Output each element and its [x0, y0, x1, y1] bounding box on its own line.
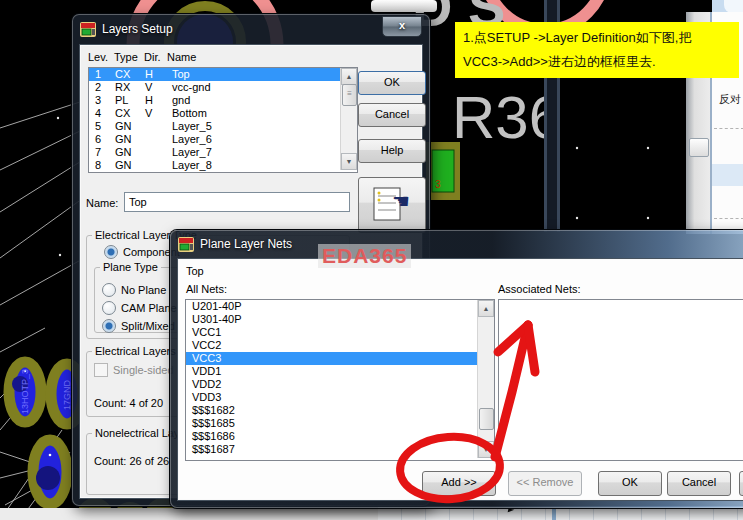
- window-title: Plane Layer Nets: [200, 237, 292, 251]
- cancel-button[interactable]: Cancel: [358, 103, 426, 127]
- remove-button[interactable]: << Remove: [508, 471, 582, 496]
- layer-row[interactable]: 4CXVBottom: [89, 107, 357, 120]
- layer-row[interactable]: 1CXHTop: [89, 68, 357, 81]
- scroll-down-icon[interactable]: ▼: [341, 153, 357, 170]
- help-button[interactable]: Help: [358, 139, 426, 163]
- all-nets-label: All Nets:: [186, 283, 227, 295]
- scroll-up-icon[interactable]: ▲: [478, 300, 494, 317]
- background-grid-strip: [378, 506, 743, 520]
- layers-list[interactable]: 1CXHTop 2RXVvcc-gnd 3PLHgnd 4CXVBottom 5…: [88, 67, 358, 173]
- net-item[interactable]: $$$1682: [186, 404, 494, 417]
- window-title: Layers Setup: [102, 22, 173, 36]
- name-field[interactable]: Top: [124, 192, 350, 212]
- note-line-1: 1.点SETUP ->Layer Definition如下图,把: [463, 26, 731, 50]
- scroll-down-icon[interactable]: ▼: [478, 441, 494, 458]
- net-item[interactable]: VCC1: [186, 326, 494, 339]
- screenshot-root: D S R36 3 13HOTP_3 17GND: [0, 0, 743, 520]
- layers-list-scrollbar[interactable]: ▲ ≡ ▼: [340, 68, 357, 170]
- net-item[interactable]: $$$1686: [186, 430, 494, 443]
- document-hand-icon: ☚: [370, 182, 414, 226]
- layer-row[interactable]: 3PLHgnd: [89, 94, 357, 107]
- radio-icon: [102, 301, 116, 315]
- ok-button[interactable]: OK: [358, 71, 426, 95]
- net-item[interactable]: $$$1685: [186, 417, 494, 430]
- group-label: Plane Type: [100, 261, 161, 273]
- radio-icon: [102, 283, 116, 297]
- scroll-thumb[interactable]: [479, 408, 494, 430]
- all-nets-list[interactable]: U201-40P U301-40P VCC1 VCC2 VCC3 VDD1 VD…: [185, 299, 495, 461]
- electrical-count: Count: 4 of 20: [94, 397, 163, 409]
- net-item-selected[interactable]: VCC3: [186, 352, 494, 365]
- scroll-thumb[interactable]: ≡: [342, 84, 357, 106]
- svg-text:3: 3: [435, 179, 441, 190]
- tutorial-note: 1.点SETUP ->Layer Definition如下图,把 VCC3->A…: [455, 22, 739, 78]
- col-name: Name: [167, 51, 196, 63]
- divider: [714, 128, 743, 129]
- layer-row[interactable]: 5GNLayer_5: [89, 120, 357, 133]
- single-sided-checkbox[interactable]: Single-sided: [94, 363, 174, 377]
- background-window-fragment: [371, 0, 437, 12]
- signoff-icon-button[interactable]: ☚: [358, 177, 426, 233]
- net-item[interactable]: VCC2: [186, 339, 494, 352]
- checkbox-icon: [94, 363, 108, 377]
- component-radio[interactable]: Component: [104, 245, 180, 259]
- net-item[interactable]: VDD1: [186, 365, 494, 378]
- ok-button[interactable]: OK: [598, 471, 662, 496]
- group-label: Electrical Layers: [92, 345, 179, 357]
- radio-label: CAM Plane: [121, 302, 177, 314]
- net-item[interactable]: $$$1687: [186, 443, 494, 456]
- pads-icon: [178, 237, 194, 252]
- help-button-partial[interactable]: [739, 471, 743, 496]
- plane-layer-nets-window: Plane Layer Nets EDA365 Top All Nets: As…: [170, 230, 743, 508]
- col-dir: Dir.: [144, 51, 161, 63]
- plane-nets-titlebar[interactable]: Plane Layer Nets: [170, 230, 743, 258]
- net-item[interactable]: VDD2: [186, 378, 494, 391]
- vote-link[interactable]: 反对: [719, 92, 741, 107]
- radio-icon: [104, 245, 118, 259]
- net-item[interactable]: U301-40P: [186, 313, 494, 326]
- no-plane-radio[interactable]: No Plane: [102, 283, 166, 297]
- nonelectrical-count: Count: 26 of 26: [94, 455, 169, 467]
- layer-row[interactable]: 2RXVvcc-gnd: [89, 81, 357, 94]
- layer-name-label: Top: [186, 265, 204, 277]
- pads-icon: [80, 22, 96, 37]
- associated-nets-label: Associated Nets:: [498, 283, 581, 295]
- green-pad: 3: [426, 142, 460, 200]
- plane-nets-client: Top All Nets: Associated Nets: U201-40P …: [177, 258, 743, 501]
- layer-row[interactable]: 7GNLayer_7: [89, 146, 357, 159]
- net-item[interactable]: VDD3: [186, 391, 494, 404]
- svg-text:☚: ☚: [392, 190, 410, 212]
- pad-label-hotp: 13HOTP_3: [20, 369, 30, 414]
- radio-icon: [102, 319, 116, 333]
- name-label: Name:: [86, 197, 118, 209]
- col-type: Type: [114, 51, 138, 63]
- mouse-cursor: [508, 508, 515, 513]
- divider: [714, 218, 743, 219]
- col-lev: Lev.: [88, 51, 108, 63]
- cancel-button[interactable]: Cancel: [667, 471, 731, 496]
- layer-row[interactable]: 8GNLayer_8: [89, 159, 357, 172]
- scroll-up-icon[interactable]: ▲: [341, 68, 357, 85]
- panel-row-highlight: [712, 164, 743, 186]
- pad-label-gnd: 17GND: [62, 379, 72, 410]
- close-button[interactable]: x: [382, 16, 422, 37]
- cam-plane-radio[interactable]: CAM Plane: [102, 301, 177, 315]
- associated-nets-list[interactable]: [498, 299, 743, 461]
- add-button[interactable]: Add >>: [422, 471, 496, 496]
- radio-label: Split/Mixed: [121, 320, 175, 332]
- background-scrollbar-thumb[interactable]: [689, 138, 709, 157]
- layers-setup-titlebar[interactable]: Layers Setup x: [72, 14, 430, 44]
- radio-label: No Plane: [121, 284, 166, 296]
- checkbox-label: Single-sided: [113, 364, 174, 376]
- note-line-2: VCC3->Add>>进右边的框框里去.: [463, 50, 731, 74]
- eda365-watermark: EDA365: [318, 244, 411, 268]
- split-mixed-radio[interactable]: Split/Mixed: [102, 319, 175, 333]
- nets-list-scrollbar[interactable]: ▲ ▼: [477, 300, 494, 458]
- layer-row[interactable]: 6GNLayer_6: [89, 133, 357, 146]
- grid-divider: [552, 508, 556, 520]
- net-item[interactable]: U201-40P: [186, 300, 494, 313]
